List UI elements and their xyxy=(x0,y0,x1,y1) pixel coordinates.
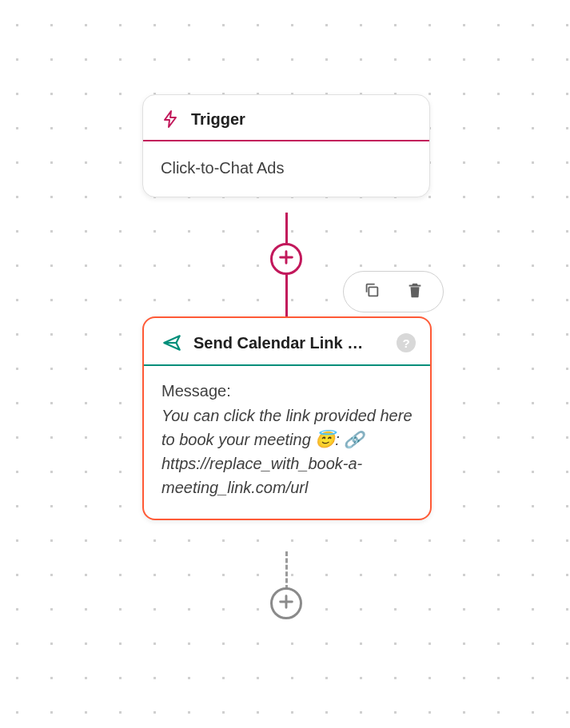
action-body: Message: You can click the link provided… xyxy=(144,366,430,519)
workflow-canvas[interactable]: Trigger Click-to-Chat Ads xyxy=(0,0,570,728)
copy-icon xyxy=(363,281,381,302)
action-node[interactable]: Send Calendar Link … ? Message: You can … xyxy=(142,316,432,520)
trigger-header: Trigger xyxy=(143,95,429,141)
node-toolbar xyxy=(343,271,444,312)
send-icon xyxy=(161,332,182,353)
message-label: Message: xyxy=(161,382,413,400)
copy-button[interactable] xyxy=(356,276,388,308)
plus-icon xyxy=(277,249,295,269)
connector-dashed xyxy=(285,551,288,590)
trash-icon xyxy=(406,281,424,302)
add-step-button[interactable] xyxy=(270,243,302,275)
svg-rect-0 xyxy=(369,287,377,296)
add-step-end-button[interactable] xyxy=(270,587,302,619)
lightning-bolt-icon xyxy=(161,109,180,129)
trigger-subtitle: Click-to-Chat Ads xyxy=(143,141,429,197)
trigger-node[interactable]: Trigger Click-to-Chat Ads xyxy=(142,94,430,197)
message-text: You can click the link provided here to … xyxy=(161,404,413,499)
trigger-title: Trigger xyxy=(191,110,245,129)
action-title: Send Calendar Link … xyxy=(193,334,390,352)
help-icon[interactable]: ? xyxy=(397,333,416,352)
action-header: Send Calendar Link … ? xyxy=(144,318,430,366)
delete-button[interactable] xyxy=(399,276,431,308)
plus-icon xyxy=(277,593,295,614)
